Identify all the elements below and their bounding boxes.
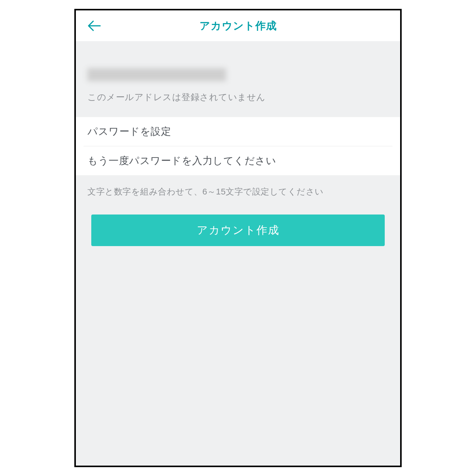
header-bar: アカウント作成 (76, 10, 400, 41)
email-section: このメールアドレスは登録されていません (76, 41, 400, 117)
app-screen: アカウント作成 このメールアドレスは登録されていません 文字と数字を組み合わせて… (74, 9, 402, 467)
content-area: このメールアドレスは登録されていません 文字と数字を組み合わせて、6～15文字で… (76, 41, 400, 246)
back-button[interactable] (87, 18, 102, 34)
back-arrow-icon (88, 20, 101, 31)
password-hint: 文字と数字を組み合わせて、6～15文字で設定してください (76, 175, 400, 198)
email-value-redacted (87, 68, 226, 81)
password-input[interactable] (76, 117, 400, 146)
button-container: アカウント作成 (76, 198, 400, 246)
password-confirm-input[interactable] (76, 146, 400, 175)
page-title: アカウント作成 (76, 19, 400, 33)
create-account-button[interactable]: アカウント作成 (91, 215, 385, 246)
email-status-note: このメールアドレスは登録されていません (87, 91, 389, 103)
password-input-group (76, 117, 400, 175)
